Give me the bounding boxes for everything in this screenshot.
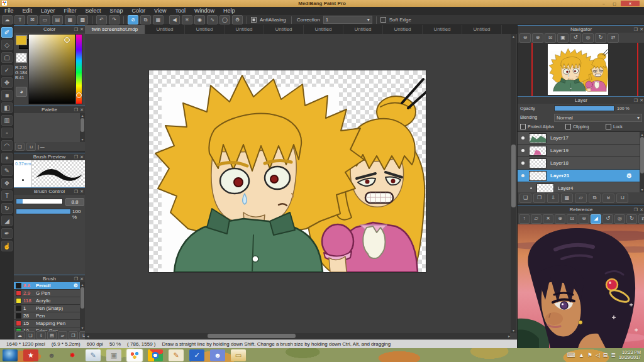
brush-acrylic[interactable]: 118 Acrylic ⚙ <box>14 297 80 305</box>
clipping-checkbox[interactable]: Clipping <box>565 124 589 129</box>
tab-untitled-5[interactable]: Untitled <box>304 25 343 34</box>
nav-rotate-reset-button[interactable]: ◎ <box>582 33 594 43</box>
popout-icon[interactable]: ❐ <box>634 207 638 212</box>
ref-fit-button[interactable]: ⊡ <box>567 214 577 224</box>
brush-size-slider[interactable] <box>16 199 63 204</box>
battery-icon[interactable]: ⊟ <box>603 353 608 358</box>
popout-icon[interactable]: ❐ <box>74 189 78 194</box>
ref-import-button[interactable]: ↑ <box>519 214 530 224</box>
ref-clear-button[interactable]: ✕ <box>543 214 553 224</box>
snap-ellipse-button[interactable]: ◯ <box>219 15 230 25</box>
close-icon[interactable]: ✕ <box>80 107 84 112</box>
snap-curve-button[interactable]: ∿ <box>207 15 218 25</box>
ref-rotate-left-button[interactable]: ↺ <box>602 214 613 224</box>
layer-import-button[interactable]: ⇩ <box>547 194 559 203</box>
antialiasing-checkbox[interactable] <box>251 17 257 23</box>
brush-opacity-slider[interactable] <box>16 209 71 214</box>
ref-zoom-out-button[interactable]: ⊖ <box>579 214 589 224</box>
marquee-select-tool[interactable]: ▢ <box>1 52 13 63</box>
action-center-icon[interactable]: ⚑ <box>587 353 592 358</box>
hue-slider[interactable] <box>75 34 82 104</box>
taskbar-blue-app-icon[interactable]: ✓ <box>189 349 204 361</box>
select-rect-tool[interactable]: ▫ <box>1 128 13 138</box>
layer-copy-button[interactable]: ⧉ <box>589 194 601 203</box>
tab-untitled-4[interactable]: Untitled <box>264 25 304 34</box>
menu-window[interactable]: Window <box>190 7 219 15</box>
soft-edge-checkbox[interactable] <box>380 17 386 23</box>
taskbar-photos-app-icon[interactable]: ▣ <box>106 349 121 361</box>
hand-tool[interactable]: ☝ <box>1 241 13 251</box>
grid-view-icon[interactable]: ▦ <box>65 15 75 25</box>
div-tool[interactable]: ✒ <box>1 228 13 239</box>
menu-layer[interactable]: Layer <box>36 7 60 15</box>
palette-scrollbar[interactable]: ▴▾ <box>80 113 85 142</box>
tab-untitled-3[interactable]: Untitled <box>225 25 264 34</box>
color-wheel-toggle-button[interactable]: ◕ <box>16 87 27 97</box>
brush-pen[interactable]: 28 Pen ⚙ <box>14 312 80 320</box>
close-icon[interactable]: ✕ <box>640 27 643 31</box>
navigator-thumbnail[interactable] <box>548 44 608 95</box>
layer-duplicate-button[interactable]: ❐ <box>533 194 545 203</box>
layer-folder-button[interactable]: ▱ <box>575 194 587 203</box>
nav-zoom-out-button[interactable]: ⊖ <box>519 33 531 43</box>
taskbar-paint-tool-icon[interactable]: ✎ <box>169 349 184 361</box>
brush-tool[interactable]: ✐ <box>1 27 13 38</box>
taskbar-notepad-icon[interactable]: ✎ <box>86 349 101 361</box>
ref-zoom-in-button[interactable]: ⊕ <box>555 214 565 224</box>
menu-color[interactable]: Color <box>128 7 150 15</box>
canvas-area[interactable]: ▴▾ ◂ ▸ <box>85 34 517 339</box>
popout-icon[interactable]: ❐ <box>74 155 78 159</box>
select-all-button[interactable]: ▦ <box>153 15 164 25</box>
gear-icon[interactable]: ⚙ <box>74 283 78 288</box>
menu-file[interactable]: File <box>0 7 18 15</box>
tab-untitled-6[interactable]: Untitled <box>343 25 383 34</box>
sv-cursor[interactable] <box>64 37 70 43</box>
undo-button[interactable]: ↶ <box>96 15 107 25</box>
ref-eyedropper-button[interactable]: ◢ <box>591 214 601 224</box>
brush-duplicate-button[interactable]: ❐ <box>69 331 78 339</box>
taskbar-medibang-icon[interactable] <box>127 349 142 361</box>
nav-flip-button[interactable]: ⇄ <box>608 33 619 43</box>
brush-add-button[interactable]: ❏ <box>26 331 35 339</box>
brush-edit-button[interactable]: ▤ <box>47 331 57 339</box>
save-icon[interactable]: ▤ <box>52 15 63 25</box>
taskbar-gimp-icon[interactable]: ☻ <box>44 349 59 361</box>
eyedropper-tool[interactable]: ◢ <box>1 216 13 226</box>
ref-open-button[interactable]: ▱ <box>531 214 541 224</box>
gear-icon[interactable]: ⚙ <box>626 172 632 179</box>
menu-edit[interactable]: Edit <box>18 7 37 15</box>
hue-cursor[interactable] <box>76 92 82 98</box>
close-icon[interactable]: ✕ <box>640 98 643 102</box>
select-move-button[interactable]: ⧉ <box>140 15 151 25</box>
layer-merge-button[interactable]: ⊎ <box>602 194 614 203</box>
close-icon[interactable]: ✕ <box>640 207 643 212</box>
menu-filter[interactable]: Filter <box>60 7 81 15</box>
eraser-tool[interactable]: ◇ <box>1 40 13 50</box>
palette-list[interactable]: ▴▾ <box>14 113 85 142</box>
close-icon[interactable]: ✕ <box>80 155 84 159</box>
maximize-button[interactable]: ▢ <box>609 1 619 6</box>
brush-size-value[interactable]: 8.8 <box>65 198 84 206</box>
menu-view[interactable]: View <box>150 7 170 15</box>
visibility-dot[interactable] <box>521 162 525 165</box>
text-tool[interactable]: T <box>1 190 13 201</box>
layer-17[interactable]: Layer17 ⚙ <box>518 132 640 145</box>
canvas-hscrollbar[interactable]: ◂ ▸ <box>85 333 510 339</box>
popout-icon[interactable]: ❐ <box>634 98 638 102</box>
select-pen-tool[interactable]: ✎ <box>1 165 13 176</box>
nav-zoom-in-button[interactable]: ⊕ <box>532 33 543 43</box>
close-icon[interactable]: ✕ <box>80 277 84 281</box>
keyboard-tray-icon[interactable]: ⌨ <box>567 353 575 358</box>
select-eraser-tool[interactable]: ❖ <box>1 178 13 189</box>
layer-add-button[interactable]: ❏ <box>519 194 531 203</box>
start-button[interactable] <box>3 349 18 361</box>
tab-untitled-2[interactable]: Untitled <box>185 25 225 34</box>
brush-folder-button[interactable]: ▱ <box>58 331 67 339</box>
export-icon[interactable]: ⇧ <box>14 15 25 25</box>
publish-icon[interactable]: ▭ <box>40 15 50 25</box>
ref-rotate-right-button[interactable]: ↻ <box>626 214 637 224</box>
blending-dropdown[interactable]: Normal▾ <box>554 114 642 122</box>
transparent-color-swatch[interactable] <box>16 53 27 63</box>
opacity-slider[interactable] <box>554 106 614 111</box>
magic-wand-tool[interactable]: ✦ <box>1 153 13 163</box>
